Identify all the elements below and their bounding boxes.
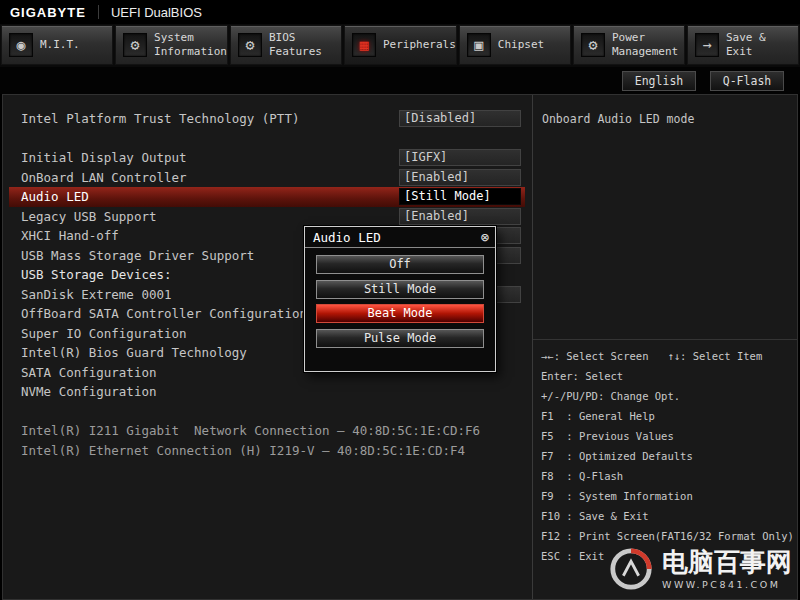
help-key-line: F1 : General Help xyxy=(541,406,798,426)
help-key-line: F10 : Save & Exit xyxy=(541,506,798,526)
setting-label: SanDisk Extreme 0001 xyxy=(21,287,172,302)
gear-icon: ⚙ xyxy=(123,33,147,57)
dialog-title-bar: Audio LED ⊗ xyxy=(305,227,495,248)
setting-label: XHCI Hand-off xyxy=(21,228,119,243)
tab-bar: ◉M.I.T.⚙System Information⚙BIOS Features… xyxy=(0,24,800,67)
peripherals-device-icon: ▦ xyxy=(352,33,376,57)
setting-row[interactable]: Audio LED[Still Mode] xyxy=(9,187,525,207)
setting-label: Intel(R) Bios Guard Technology xyxy=(21,345,247,360)
setting-row[interactable]: Intel Platform Trust Technology (PTT)[Di… xyxy=(9,109,525,129)
audio-led-dialog: Audio LED ⊗ OffStill ModeBeat ModePulse … xyxy=(304,226,496,372)
tab-label: Chipset xyxy=(498,38,544,52)
setting-row[interactable]: Intel(R) I211 Gigabit Network Connection… xyxy=(9,421,525,441)
watermark: 电脑百事网 WWW.PC841.COM xyxy=(608,546,792,592)
help-key-line: F12 : Print Screen(FAT16/32 Format Only) xyxy=(541,526,798,546)
setting-label: USB Storage Devices: xyxy=(21,267,172,282)
qflash-button[interactable]: Q-Flash xyxy=(710,71,784,91)
option-still-mode[interactable]: Still Mode xyxy=(316,280,484,299)
setting-row[interactable]: OnBoard LAN Controller[Enabled] xyxy=(9,168,525,188)
option-pulse-mode[interactable]: Pulse Mode xyxy=(316,329,484,348)
firmware-title: UEFI DualBIOS xyxy=(111,5,202,20)
tab-power-management[interactable]: ⚙Power Management xyxy=(573,25,685,65)
setting-value[interactable]: [Enabled] xyxy=(399,208,521,225)
help-panel: Onboard Audio LED mode →←: Select Screen… xyxy=(532,95,798,599)
tab-label: Peripherals xyxy=(383,38,456,52)
setting-row[interactable]: Initial Display Output[IGFX] xyxy=(9,148,525,168)
setting-label: USB Mass Storage Driver Support xyxy=(21,248,254,263)
setting-label: SATA Configuration xyxy=(21,365,156,380)
watermark-site-url: WWW.PC841.COM xyxy=(662,579,780,590)
tab-bios-features[interactable]: ⚙BIOS Features xyxy=(230,25,342,65)
item-help-text: Onboard Audio LED mode xyxy=(542,112,798,126)
chipset-icon: ▣ xyxy=(467,33,491,57)
setting-row[interactable]: Legacy USB Support[Enabled] xyxy=(9,207,525,227)
setting-label: Intel(R) I211 Gigabit Network Connection… xyxy=(21,423,480,438)
tab-system-information[interactable]: ⚙System Information xyxy=(115,25,228,65)
row-spacer xyxy=(9,129,525,149)
tab-label: BIOS Features xyxy=(269,31,322,59)
help-key-line: Enter: Select xyxy=(541,366,798,386)
tab-mit[interactable]: ◉M.I.T. xyxy=(1,25,113,65)
setting-value[interactable]: [Enabled] xyxy=(399,169,521,186)
watermark-site-name: 电脑百事网 xyxy=(662,548,792,577)
chip-gear-icon: ⚙ xyxy=(238,33,262,57)
setting-label: Intel Platform Trust Technology (PTT) xyxy=(21,111,299,126)
help-key-line: →←: Select Screen ↑↓: Select Item xyxy=(541,346,798,366)
tab-chipset[interactable]: ▣Chipset xyxy=(459,25,571,65)
tab-label: M.I.T. xyxy=(40,38,80,52)
watermark-text-block: 电脑百事网 WWW.PC841.COM xyxy=(662,548,792,590)
dial-icon: ◉ xyxy=(9,33,33,57)
help-key-line: F8 : Q-Flash xyxy=(541,466,798,486)
setting-label: Audio LED xyxy=(21,189,89,204)
exit-arrow-icon: → xyxy=(695,33,719,57)
tab-label: Save & Exit xyxy=(726,31,798,59)
setting-row[interactable]: Intel(R) Ethernet Connection (H) I219-V … xyxy=(9,441,525,461)
help-key-line: +/-/PU/PD: Change Opt. xyxy=(541,386,798,406)
setting-label: Initial Display Output xyxy=(21,150,187,165)
close-icon[interactable]: ⊗ xyxy=(481,230,489,244)
setting-value[interactable]: [IGFX] xyxy=(399,149,521,166)
setting-label: Super IO Configuration xyxy=(21,326,187,341)
setting-value[interactable]: [Still Mode] xyxy=(399,188,521,205)
help-key-line: F9 : System Information xyxy=(541,486,798,506)
gigabyte-logo: GIGABYTE xyxy=(10,5,86,20)
bios-setup-screen: GIGABYTE UEFI DualBIOS ◉M.I.T.⚙System In… xyxy=(0,0,800,600)
help-key-line: F5 : Previous Values xyxy=(541,426,798,446)
toolbar: English Q-Flash xyxy=(0,67,800,94)
option-beat-mode[interactable]: Beat Mode xyxy=(316,304,484,323)
power-gear-icon: ⚙ xyxy=(581,33,605,57)
setting-label: Intel(R) Ethernet Connection (H) I219-V … xyxy=(21,443,465,458)
dialog-title: Audio LED xyxy=(313,230,381,245)
tab-save-exit[interactable]: →Save & Exit xyxy=(687,25,799,65)
pc841-logo-icon xyxy=(608,546,654,592)
title-divider xyxy=(98,5,99,19)
setting-label: Legacy USB Support xyxy=(21,209,156,224)
tab-peripherals[interactable]: ▦Peripherals xyxy=(344,25,457,65)
setting-label: NVMe Configuration xyxy=(21,384,156,399)
title-bar: GIGABYTE UEFI DualBIOS xyxy=(0,0,800,24)
tab-label: System Information xyxy=(154,31,227,59)
dialog-options: OffStill ModeBeat ModePulse Mode xyxy=(305,248,495,348)
key-legend: →←: Select Screen ↑↓: Select ItemEnter: … xyxy=(533,339,798,566)
language-button[interactable]: English xyxy=(622,71,696,91)
setting-value[interactable]: [Disabled] xyxy=(399,110,521,127)
setting-label: OnBoard LAN Controller xyxy=(21,170,187,185)
option-off[interactable]: Off xyxy=(316,255,484,274)
help-key-line: F7 : Optimized Defaults xyxy=(541,446,798,466)
setting-label: OffBoard SATA Controller Configuration xyxy=(21,306,307,321)
setting-row[interactable]: NVMe Configuration xyxy=(9,382,525,402)
tab-label: Power Management xyxy=(612,31,678,59)
row-spacer xyxy=(9,402,525,422)
